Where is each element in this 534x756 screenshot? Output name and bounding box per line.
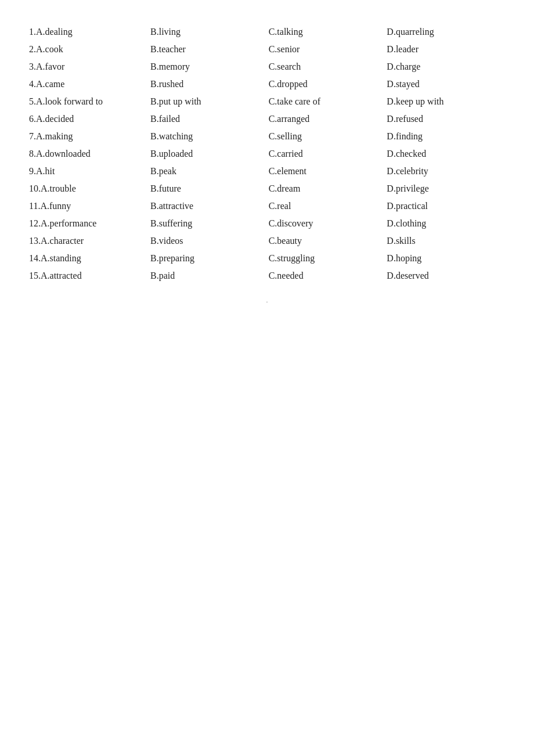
cell-d-14: D.hoping (387, 250, 505, 267)
cell-c-12: C.discovery (269, 215, 387, 232)
table-row: 5.A.look forward toB.put up withC.take c… (29, 93, 505, 110)
cell-d-2: D.leader (387, 41, 505, 58)
cell-b-3: B.memory (150, 58, 269, 75)
cell-number-a-3: 3.A.favor (29, 58, 150, 75)
cell-c-10: C.dream (269, 180, 387, 197)
cell-c-13: C.beauty (269, 232, 387, 250)
quiz-table: 1.A.dealingB.livingC.talkingD.quarreling… (29, 23, 505, 285)
cell-number-a-1: 1.A.dealing (29, 23, 150, 41)
cell-d-8: D.checked (387, 145, 505, 163)
table-row: 12.A.performanceB.sufferingC.discoveryD.… (29, 215, 505, 232)
cell-c-2: C.senior (269, 41, 387, 58)
cell-number-a-5: 5.A.look forward to (29, 93, 150, 110)
cell-c-7: C.selling (269, 128, 387, 145)
cell-d-6: D.refused (387, 110, 505, 128)
cell-c-11: C.real (269, 197, 387, 215)
cell-c-9: C.element (269, 163, 387, 180)
table-row: 11.A.funnyB.attractiveC.realD.practical (29, 197, 505, 215)
table-row: 7.A.makingB.watchingC.sellingD.finding (29, 128, 505, 145)
cell-b-14: B.preparing (150, 250, 269, 267)
cell-number-a-14: 14.A.standing (29, 250, 150, 267)
page-dot: . (29, 296, 505, 305)
cell-b-1: B.living (150, 23, 269, 41)
cell-d-1: D.quarreling (387, 23, 505, 41)
table-row: 2.A.cookB.teacherC.seniorD.leader (29, 41, 505, 58)
table-row: 13.A.characterB.videosC.beautyD.skills (29, 232, 505, 250)
cell-d-12: D.clothing (387, 215, 505, 232)
table-row: 14.A.standingB.preparingC.strugglingD.ho… (29, 250, 505, 267)
cell-number-a-4: 4.A.came (29, 75, 150, 93)
cell-d-15: D.deserved (387, 267, 505, 285)
cell-b-5: B.put up with (150, 93, 269, 110)
cell-b-13: B.videos (150, 232, 269, 250)
table-row: 6.A.decidedB.failedC.arrangedD.refused (29, 110, 505, 128)
cell-b-8: B.uploaded (150, 145, 269, 163)
cell-b-2: B.teacher (150, 41, 269, 58)
cell-number-a-2: 2.A.cook (29, 41, 150, 58)
cell-c-4: C.dropped (269, 75, 387, 93)
table-row: 10.A.troubleB.futureC.dreamD.privilege (29, 180, 505, 197)
table-row: 15.A.attractedB.paidC.neededD.deserved (29, 267, 505, 285)
cell-c-6: C.arranged (269, 110, 387, 128)
cell-b-11: B.attractive (150, 197, 269, 215)
cell-number-a-11: 11.A.funny (29, 197, 150, 215)
cell-c-3: C.search (269, 58, 387, 75)
table-row: 8.A.downloadedB.uploadedC.carriedD.check… (29, 145, 505, 163)
table-row: 1.A.dealingB.livingC.talkingD.quarreling (29, 23, 505, 41)
cell-b-10: B.future (150, 180, 269, 197)
cell-d-13: D.skills (387, 232, 505, 250)
cell-number-a-10: 10.A.trouble (29, 180, 150, 197)
cell-c-1: C.talking (269, 23, 387, 41)
cell-d-7: D.finding (387, 128, 505, 145)
cell-number-a-8: 8.A.downloaded (29, 145, 150, 163)
cell-b-9: B.peak (150, 163, 269, 180)
table-row: 9.A.hitB.peakC.elementD.celebrity (29, 163, 505, 180)
cell-c-8: C.carried (269, 145, 387, 163)
cell-b-12: B.suffering (150, 215, 269, 232)
cell-c-14: C.struggling (269, 250, 387, 267)
table-row: 3.A.favorB.memoryC.searchD.charge (29, 58, 505, 75)
table-row: 4.A.cameB.rushedC.droppedD.stayed (29, 75, 505, 93)
cell-d-11: D.practical (387, 197, 505, 215)
cell-b-6: B.failed (150, 110, 269, 128)
cell-number-a-6: 6.A.decided (29, 110, 150, 128)
cell-d-4: D.stayed (387, 75, 505, 93)
cell-number-a-7: 7.A.making (29, 128, 150, 145)
cell-d-5: D.keep up with (387, 93, 505, 110)
cell-number-a-12: 12.A.performance (29, 215, 150, 232)
cell-d-3: D.charge (387, 58, 505, 75)
cell-number-a-9: 9.A.hit (29, 163, 150, 180)
cell-b-4: B.rushed (150, 75, 269, 93)
cell-number-a-13: 13.A.character (29, 232, 150, 250)
cell-c-15: C.needed (269, 267, 387, 285)
cell-number-a-15: 15.A.attracted (29, 267, 150, 285)
cell-d-10: D.privilege (387, 180, 505, 197)
cell-d-9: D.celebrity (387, 163, 505, 180)
cell-b-7: B.watching (150, 128, 269, 145)
cell-c-5: C.take care of (269, 93, 387, 110)
cell-b-15: B.paid (150, 267, 269, 285)
